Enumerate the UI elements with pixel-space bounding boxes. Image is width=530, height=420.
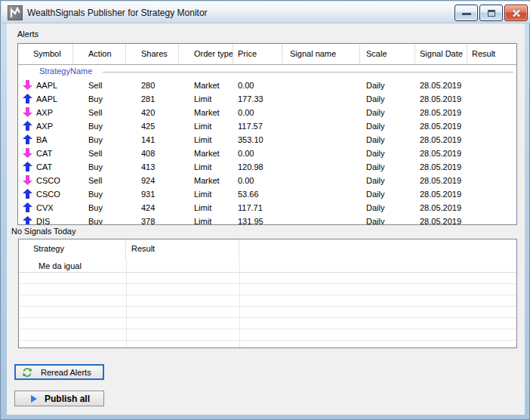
result-cell <box>467 147 515 160</box>
reread-alerts-label: Reread Alerts <box>41 368 91 377</box>
order-type-cell: Market <box>179 106 233 119</box>
scale-cell: Daily <box>360 92 415 106</box>
signal-name-cell <box>282 187 360 201</box>
order-type-cell: Market <box>179 147 233 160</box>
signal-date-cell: 28.05.2019 <box>415 215 467 225</box>
sell-arrow-icon <box>23 80 32 90</box>
column-header-scale[interactable]: Scale <box>360 44 415 64</box>
action-cell: Buy <box>73 187 126 201</box>
column-header-signal-name[interactable]: Signal name <box>282 44 360 64</box>
column-header-shares[interactable]: Shares <box>126 44 179 64</box>
empty-row <box>19 273 516 284</box>
close-button[interactable] <box>504 5 528 21</box>
order-type-cell: Limit <box>179 133 233 147</box>
signal-date-cell: 28.05.2019 <box>415 160 467 174</box>
action-cell: Buy <box>73 201 126 215</box>
signal-name-cell <box>282 174 360 187</box>
signal-date-cell: 28.05.2019 <box>415 119 467 133</box>
order-type-cell: Market <box>179 174 233 187</box>
buy-arrow-icon <box>23 216 32 225</box>
grid-line <box>239 259 240 347</box>
signal-name-cell <box>282 133 360 147</box>
minimize-button[interactable] <box>455 5 478 21</box>
empty-row <box>19 295 516 307</box>
column-header-signal-date[interactable]: Signal Date <box>415 44 467 64</box>
alerts-table[interactable]: SymbolActionSharesOrder typePriceSignal … <box>17 43 517 225</box>
result-cell <box>467 92 515 106</box>
order-type-cell: Market <box>179 79 233 92</box>
order-type-cell: Limit <box>179 201 233 215</box>
result-cell <box>467 187 515 201</box>
column-header-action[interactable]: Action <box>73 44 126 64</box>
alert-row[interactable]: AXPSell420Market0.00Daily28.05.2019 <box>18 106 516 119</box>
no-signals-table[interactable]: StrategyResult Me da igual <box>18 239 517 348</box>
publish-all-button[interactable]: Publish all <box>14 391 104 406</box>
alert-row[interactable]: AAPLSell280Market0.00Daily28.05.2019 <box>18 79 516 92</box>
alert-row[interactable]: CATSell408Market0.00Daily28.05.2019 <box>18 147 516 160</box>
alert-row[interactable]: CSCOSell924Market0.00Daily28.05.2019 <box>18 174 516 187</box>
shares-cell: 425 <box>126 119 179 133</box>
signal-name-cell <box>282 92 360 106</box>
price-cell: 0.00 <box>233 147 282 160</box>
price-cell: 177.33 <box>233 92 282 106</box>
shares-cell: 408 <box>126 147 179 160</box>
signal-date-cell: 28.05.2019 <box>415 187 467 201</box>
symbol-cell: CAT <box>18 147 73 160</box>
order-type-cell: Limit <box>179 187 233 201</box>
scale-cell: Daily <box>360 79 415 92</box>
action-cell: Sell <box>73 79 126 92</box>
title-bar[interactable]: WealthSignals Publisher for Strategy Mon… <box>2 2 530 23</box>
buy-arrow-icon <box>23 189 32 199</box>
window-title: WealthSignals Publisher for Strategy Mon… <box>27 8 208 18</box>
alert-row[interactable]: AXPBuy425Limit117.57Daily28.05.2019 <box>18 119 516 133</box>
result-cell <box>467 79 515 92</box>
symbol-cell: CVX <box>18 201 73 215</box>
column-header-result[interactable]: Result <box>126 239 239 259</box>
empty-row <box>19 284 516 295</box>
signal-name-cell <box>282 160 360 174</box>
column-header-order-type[interactable]: Order type <box>179 44 233 64</box>
result-cell <box>467 174 515 187</box>
signal-name-cell <box>282 119 360 133</box>
maximize-button[interactable] <box>479 5 503 21</box>
scale-cell: Daily <box>360 215 415 225</box>
alert-row[interactable]: DISBuy378Limit131.95Daily28.05.2019 <box>18 215 516 225</box>
strategy-row[interactable]: Me da igual <box>19 259 516 273</box>
signal-date-cell: 28.05.2019 <box>415 133 467 147</box>
shares-cell: 931 <box>126 187 179 201</box>
alert-row[interactable]: CVXBuy424Limit117.71Daily28.05.2019 <box>18 201 516 215</box>
maximize-icon <box>488 10 495 17</box>
sell-arrow-icon <box>23 148 32 158</box>
shares-cell: 420 <box>126 106 179 119</box>
alert-row[interactable]: BABuy141Limit353.10Daily28.05.2019 <box>18 133 516 147</box>
alerts-label: Alerts <box>17 29 39 39</box>
reread-alerts-button[interactable]: Reread Alerts <box>14 364 104 380</box>
scale-cell: Daily <box>360 187 415 201</box>
column-header-price[interactable]: Price <box>233 44 282 64</box>
result-cell <box>467 215 515 225</box>
column-header-symbol[interactable]: Symbol <box>18 44 73 64</box>
alert-row[interactable]: CATBuy413Limit120.98Daily28.05.2019 <box>18 160 516 174</box>
sell-arrow-icon <box>23 175 32 185</box>
price-cell: 53.66 <box>233 187 282 201</box>
signal-date-cell: 28.05.2019 <box>415 79 467 92</box>
shares-cell: 281 <box>126 92 179 106</box>
action-cell: Sell <box>73 147 126 160</box>
column-header-strategy[interactable]: Strategy <box>19 239 126 259</box>
alert-row[interactable]: CSCOBuy931Limit53.66Daily28.05.2019 <box>18 187 516 201</box>
shares-cell: 424 <box>126 201 179 215</box>
alert-row[interactable]: AAPLBuy281Limit177.33Daily28.05.2019 <box>18 92 516 106</box>
price-cell: 117.57 <box>233 119 282 133</box>
shares-cell: 280 <box>126 79 179 92</box>
client-area: Alerts SymbolActionSharesOrder typePrice… <box>7 23 525 415</box>
price-cell: 120.98 <box>233 160 282 174</box>
buy-arrow-icon <box>23 121 32 131</box>
symbol-cell: CSCO <box>18 174 73 187</box>
scale-cell: Daily <box>360 147 415 160</box>
buy-arrow-icon <box>23 162 32 171</box>
shares-cell: 378 <box>126 215 179 225</box>
column-header-result[interactable]: Result <box>467 44 515 64</box>
price-cell: 0.00 <box>233 79 282 92</box>
publish-all-label: Publish all <box>45 394 90 404</box>
result-cell <box>467 201 515 215</box>
